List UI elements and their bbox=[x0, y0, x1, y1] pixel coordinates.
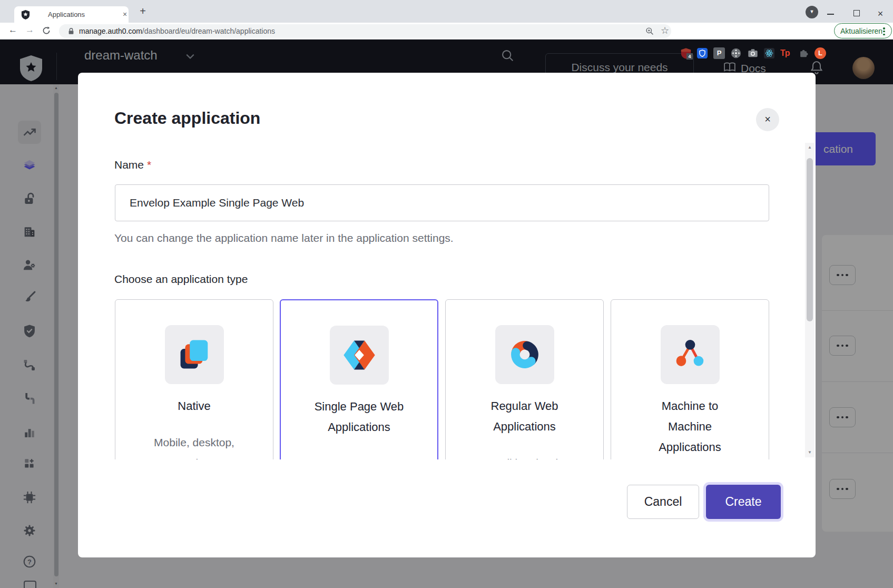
ublock-badge: 4 bbox=[686, 53, 693, 60]
native-icon bbox=[177, 337, 212, 372]
profile-initial: L bbox=[818, 49, 822, 57]
browser-tab-bar: Applications × + ▼ × bbox=[0, 0, 893, 23]
spa-icon-tile bbox=[330, 326, 389, 385]
card-title: Regular Web Applications bbox=[469, 396, 580, 437]
tab-title: Applications bbox=[48, 11, 85, 18]
card-description: Traditional web bbox=[477, 453, 572, 459]
new-tab-button[interactable]: + bbox=[136, 5, 150, 18]
modal-title: Create application bbox=[114, 109, 260, 128]
url-bar[interactable]: manage.auth0.com/dashboard/eu/dream-watc… bbox=[59, 24, 671, 38]
cancel-button[interactable]: Cancel bbox=[627, 485, 699, 519]
m2m-icon bbox=[673, 337, 708, 372]
required-asterisk: * bbox=[147, 159, 151, 171]
back-button[interactable]: ← bbox=[8, 25, 17, 35]
extensions-puzzle-icon[interactable] bbox=[798, 47, 810, 59]
p-extension-label: P bbox=[717, 49, 722, 57]
card-native[interactable]: Native Mobile, desktop, CLI and smart bbox=[115, 299, 273, 459]
modal-scroll-thumb[interactable] bbox=[807, 158, 813, 321]
update-button-label: Aktualisieren bbox=[840, 27, 882, 35]
p-extension-icon[interactable]: P bbox=[713, 47, 725, 59]
card-machine-to-machine[interactable]: Machine to Machine Applications bbox=[611, 299, 769, 459]
card-description: A JavaScript bbox=[312, 453, 407, 459]
spa-icon bbox=[342, 338, 377, 373]
tp-extension-icon[interactable]: Tp bbox=[780, 47, 792, 59]
regular-web-icon bbox=[507, 337, 542, 372]
card-title: Machine to Machine Applications bbox=[648, 396, 732, 457]
card-single-page-web[interactable]: Single Page Web Applications A JavaScrip… bbox=[280, 299, 438, 459]
browser-profile-avatar[interactable]: L bbox=[815, 47, 826, 59]
modal-scroll-down-icon[interactable]: ▼ bbox=[805, 450, 815, 455]
reload-button[interactable] bbox=[42, 26, 51, 35]
bitwarden-extension-icon[interactable] bbox=[696, 47, 708, 59]
lock-icon bbox=[67, 27, 75, 35]
window-close-button[interactable]: × bbox=[874, 7, 887, 21]
name-label: Name * bbox=[114, 159, 151, 171]
url-text: manage.auth0.com/dashboard/eu/dream-watc… bbox=[79, 27, 275, 35]
move-crosshair-extension-icon[interactable] bbox=[730, 47, 742, 59]
ublock-extension-icon[interactable]: 4 bbox=[680, 47, 692, 59]
browser-toolbar: ← → manage.auth0.com/dashboard/eu/dream-… bbox=[0, 23, 893, 40]
chrome-menu-kebab-icon[interactable] bbox=[883, 26, 885, 36]
close-icon[interactable]: × bbox=[756, 108, 779, 131]
card-title: Native bbox=[139, 396, 250, 416]
name-label-text: Name bbox=[114, 159, 144, 171]
browser-update-button[interactable]: Aktualisieren bbox=[834, 23, 892, 38]
browser-tab[interactable]: Applications × bbox=[14, 6, 129, 23]
card-title: Single Page Web Applications bbox=[304, 396, 415, 437]
native-icon-tile bbox=[165, 325, 224, 384]
bookmark-star-icon[interactable]: ☆ bbox=[661, 25, 669, 36]
window-minimize-button[interactable] bbox=[827, 14, 834, 15]
auth0-favicon bbox=[21, 10, 30, 19]
browser-update-chevron-icon[interactable]: ▼ bbox=[806, 6, 818, 18]
application-type-cards: Native Mobile, desktop, CLI and smart Si… bbox=[78, 299, 816, 459]
card-description: Mobile, desktop, CLI and smart bbox=[147, 432, 242, 459]
application-type-label: Choose an application type bbox=[114, 273, 248, 286]
m2m-icon-tile bbox=[661, 325, 720, 384]
card-regular-web[interactable]: Regular Web Applications Traditional web bbox=[445, 299, 604, 459]
modal-scroll-up-icon[interactable]: ▲ bbox=[805, 145, 815, 150]
tab-close-icon[interactable]: × bbox=[120, 9, 130, 19]
window-maximize-button[interactable] bbox=[853, 10, 860, 16]
url-path: /dashboard/eu/dream-watch/applications bbox=[142, 27, 275, 35]
create-application-modal: Create application × Name * You can chan… bbox=[78, 73, 816, 557]
application-name-input[interactable] bbox=[115, 184, 769, 221]
zoom-icon[interactable] bbox=[645, 27, 654, 36]
create-button[interactable]: Create bbox=[706, 485, 781, 519]
react-devtools-extension-icon[interactable] bbox=[763, 47, 775, 59]
tp-extension-label: Tp bbox=[780, 48, 790, 57]
modal-scrollbar[interactable]: ▲ ▼ bbox=[805, 143, 815, 457]
forward-button[interactable]: → bbox=[25, 25, 34, 35]
url-host: manage.auth0.com bbox=[79, 27, 142, 35]
name-help-text: You can change the application name late… bbox=[114, 232, 454, 244]
camera-extension-icon[interactable] bbox=[747, 47, 759, 59]
regular-web-icon-tile bbox=[495, 325, 554, 384]
